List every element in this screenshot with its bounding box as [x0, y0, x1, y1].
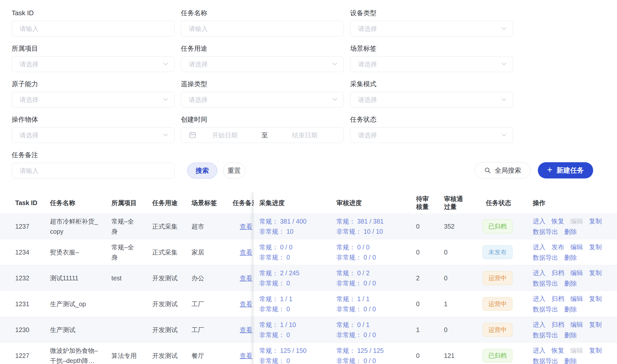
cell-actions: 进入 恢复 编辑 复制 数据导出 删除 — [533, 213, 616, 239]
atomic-ability-label: 原子能力 — [12, 80, 175, 88]
action-delete-link[interactable]: 删除 — [564, 226, 577, 237]
cell-actions: 进入 恢复 编辑 复制 数据导出 删除 — [533, 343, 616, 364]
atomic-ability-select[interactable]: 请选择 — [12, 92, 175, 107]
chevron-down-icon — [502, 132, 506, 136]
action-second-link[interactable]: 归档 — [552, 267, 564, 278]
task-management-page: Task ID 任务名称 设备类型 请选择 所属项目 请选择 — [0, 0, 617, 364]
action-edit-link[interactable]: 编辑 — [570, 267, 583, 278]
cell-status: 未发布 — [483, 239, 531, 265]
new-task-button[interactable]: + 新建任务 — [538, 162, 593, 178]
cell-task-id: 1234 — [15, 239, 46, 265]
filter-form: Task ID 任务名称 设备类型 请选择 所属项目 请选择 — [0, 0, 617, 178]
action-second-link[interactable]: 归档 — [552, 319, 564, 330]
action-second-link[interactable]: 发布 — [552, 242, 564, 252]
action-second-link[interactable]: 归档 — [552, 293, 564, 304]
cell-scene: 工厂 — [192, 291, 225, 317]
cell-pending-count: 0 — [416, 291, 436, 317]
action-edit-link[interactable]: 编辑 — [570, 216, 583, 226]
col-header-scene: 场景标签 — [192, 192, 225, 213]
col-header-status: 任务状态 — [486, 192, 532, 213]
cell-collect-progress: 常规： 0 / 0 非常规： 0 — [259, 239, 335, 265]
action-delete-link[interactable]: 删除 — [564, 252, 577, 263]
task-id-input[interactable] — [12, 21, 175, 37]
action-delete-link[interactable]: 删除 — [564, 278, 577, 289]
cell-purpose: 开发测试 — [152, 291, 185, 317]
action-enter-link[interactable]: 进入 — [533, 216, 545, 226]
create-time-range-picker[interactable]: 开始日期 至 结束日期 — [181, 127, 344, 143]
task-table: Task ID 任务名称 所属项目 任务用途 场景标签 任务备注 采集进度 审核… — [0, 192, 617, 364]
action-export-link[interactable]: 数据导出 — [533, 226, 558, 237]
action-delete-link[interactable]: 删除 — [564, 356, 577, 364]
action-enter-link[interactable]: 进入 — [533, 293, 545, 304]
task-remark-input[interactable] — [12, 163, 175, 178]
chevron-down-icon — [502, 25, 506, 30]
table-row: 1232 测试11111 test 开发测试 办公 查看 常规： 2 / 245… — [0, 265, 617, 291]
action-edit-link[interactable]: 编辑 — [570, 293, 583, 304]
action-second-link[interactable]: 恢复 — [552, 345, 564, 356]
search-icon — [484, 167, 491, 174]
action-enter-link[interactable]: 进入 — [533, 345, 545, 356]
action-enter-link[interactable]: 进入 — [533, 267, 545, 278]
cell-review-progress: 常规： 0 / 1 非常规： 0 / 0 — [336, 317, 410, 342]
action-second-link[interactable]: 恢复 — [552, 216, 564, 226]
cell-review-progress: 常规： 381 / 381 非常规： 10 / 10 — [336, 213, 410, 239]
chevron-down-icon — [502, 61, 506, 65]
task-purpose-select[interactable]: 请选择 — [181, 56, 344, 72]
cell-task-name: 生产测试_op — [50, 291, 99, 317]
cell-scene: 家居 — [192, 239, 225, 265]
table-header: Task ID 任务名称 所属项目 任务用途 场景标签 任务备注 采集进度 审核… — [0, 192, 617, 213]
project-label: 所属项目 — [12, 45, 175, 52]
cell-actions: 进入 发布 编辑 复制 数据导出 删除 — [533, 239, 616, 265]
project-select[interactable]: 请选择 — [12, 56, 175, 72]
scene-tag-select[interactable]: 请选择 — [350, 56, 513, 72]
action-delete-link[interactable]: 删除 — [564, 304, 577, 315]
collect-mode-select[interactable]: 请选择 — [350, 92, 513, 107]
chevron-down-icon — [332, 61, 337, 65]
status-badge: 运营中 — [483, 297, 512, 311]
device-type-select[interactable]: 请选择 — [350, 21, 513, 37]
action-edit-link[interactable]: 编辑 — [570, 242, 583, 252]
action-export-link[interactable]: 数据导出 — [533, 252, 558, 263]
cell-status: 运营中 — [483, 291, 531, 317]
action-copy-link[interactable]: 复制 — [589, 345, 602, 356]
col-header-purpose: 任务用途 — [152, 192, 185, 213]
col-header-review: 审核进度 — [336, 192, 410, 213]
date-separator: 至 — [262, 131, 268, 139]
table-row: 1230 生产测试 开发测试 工厂 查看 常规： 1 / 10 非常规： 0 常… — [0, 317, 617, 343]
cell-task-name: 超市冷鲜柜补货_copy — [50, 213, 99, 239]
search-button[interactable]: 搜索 — [187, 163, 217, 178]
action-copy-link[interactable]: 复制 — [589, 319, 602, 330]
cell-scene: 办公 — [192, 265, 225, 291]
chevron-down-icon — [332, 96, 337, 101]
teleop-type-select[interactable]: 请选择 — [181, 92, 344, 107]
reset-button[interactable]: 重置 — [223, 163, 245, 178]
global-search-button[interactable]: 全局搜索 — [475, 162, 530, 178]
action-export-link[interactable]: 数据导出 — [533, 278, 558, 289]
col-header-project: 所属项目 — [111, 192, 139, 213]
action-edit-link[interactable]: 编辑 — [570, 319, 583, 330]
action-enter-link[interactable]: 进入 — [533, 242, 545, 252]
cell-actions: 进入 归档 编辑 复制 数据导出 删除 — [533, 317, 616, 342]
operate-object-select[interactable]: 请选择 — [12, 127, 175, 143]
status-badge: 运营中 — [483, 323, 512, 337]
cell-approved-count: 1 — [444, 291, 469, 317]
table-row: 1237 超市冷鲜柜补货_copy 常规–全身 正式采集 超市 查看 常规： 3… — [0, 213, 617, 239]
action-enter-link[interactable]: 进入 — [533, 319, 545, 330]
table-row: 1231 生产测试_op 开发测试 工厂 查看 常规： 1 / 1 非常规： 0… — [0, 291, 617, 317]
cell-pending-count: 0 — [416, 213, 436, 239]
action-copy-link[interactable]: 复制 — [589, 267, 602, 278]
action-copy-link[interactable]: 复制 — [589, 242, 602, 252]
task-name-input[interactable] — [181, 21, 344, 37]
action-export-link[interactable]: 数据导出 — [533, 304, 558, 315]
action-export-link[interactable]: 数据导出 — [533, 356, 558, 364]
cell-status: 已归档 — [483, 343, 531, 364]
task-status-select[interactable]: 请选择 — [350, 127, 513, 143]
cell-scene: 工厂 — [192, 317, 225, 342]
action-copy-link[interactable]: 复制 — [589, 293, 602, 304]
action-copy-link[interactable]: 复制 — [589, 216, 602, 226]
action-delete-link[interactable]: 删除 — [564, 330, 577, 340]
col-header-name: 任务名称 — [50, 192, 99, 213]
action-export-link[interactable]: 数据导出 — [533, 330, 558, 340]
action-edit-link[interactable]: 编辑 — [570, 345, 583, 356]
task-purpose-label: 任务用途 — [181, 45, 344, 52]
